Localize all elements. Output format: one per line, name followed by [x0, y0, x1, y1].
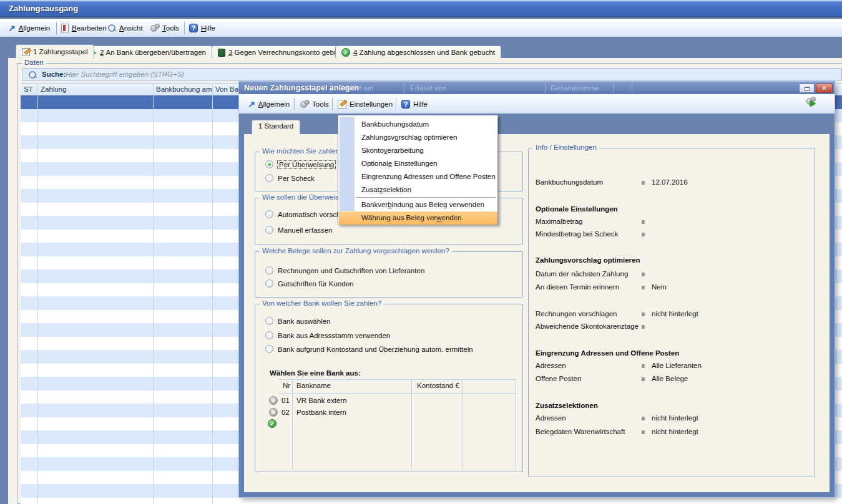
- menu-item-eingrenzung-adressen[interactable]: Eingrenzung Adressen und Offene Posten: [339, 170, 497, 183]
- cross-icon[interactable]: ✕: [269, 396, 278, 405]
- ghost-column-divider: [613, 82, 614, 94]
- radio-bank-kontostand[interactable]: Bank aufgrund Kontostand und Überziehung…: [265, 344, 473, 354]
- bullet-icon: [642, 181, 645, 185]
- menu-allgemein[interactable]: ↗ Allgemein: [8, 21, 50, 35]
- magnifier-icon: [107, 24, 116, 32]
- menu-item-optionale-einstellungen[interactable]: Optionale Einstellungen: [339, 157, 497, 170]
- radio-selected-icon[interactable]: [265, 160, 273, 168]
- menu-item-waehrung-aus-beleg[interactable]: Währung aus Beleg verwenden: [339, 211, 497, 225]
- bullet-icon: [642, 286, 645, 289]
- radio-icon[interactable]: [265, 266, 273, 274]
- bank-col-nr[interactable]: Nr: [283, 382, 290, 389]
- radio-label: Per Überweisung: [278, 161, 335, 168]
- bullet-icon: [642, 325, 645, 329]
- radio-icon[interactable]: [265, 174, 273, 182]
- col-zahlung[interactable]: Zahlung: [41, 85, 67, 93]
- radio-automatisch[interactable]: Automatisch vorsch: [265, 210, 340, 219]
- bullet-icon: [642, 430, 645, 434]
- page-title: Zahlungsausgang: [9, 4, 78, 13]
- menu-item-bankbuchungsdatum[interactable]: Bankbuchungsdatum: [339, 118, 497, 130]
- einstellungen-dropdown-menu: Bankbuchungsdatum Zahlungsvorschlag opti…: [338, 115, 498, 225]
- close-button[interactable]: ✕: [816, 84, 833, 93]
- bullet-icon: [642, 417, 645, 420]
- info-row: Rechnungen vorschlagennicht hinterlegt: [529, 310, 815, 320]
- group-title: Welche Belege sollen zur Zahlung vorgesc…: [260, 247, 452, 254]
- radio-per-ueberweisung[interactable]: Per Überweisung: [265, 160, 335, 169]
- info-einstellungen-panel: Info / Einstellungen Bankbuchungsdatum12…: [528, 148, 815, 477]
- help-icon: ?: [401, 100, 410, 109]
- dialog-menu-hilfe[interactable]: ? Hilfe: [401, 97, 428, 111]
- bank-row-nr: 02: [281, 409, 290, 416]
- radio-label: Manuell erfassen: [278, 226, 333, 234]
- close-icon: ✕: [821, 85, 826, 92]
- bank-row-name: Postbank intern: [296, 409, 346, 416]
- radio-manuell-erfassen[interactable]: Manuell erfassen: [265, 225, 333, 235]
- ghost-column-divider: [632, 82, 632, 94]
- info-row: Adressennicht hinterlegt: [529, 414, 815, 424]
- tab-an-bank-uebergeben[interactable]: ➨ 2 An Bank übergeben/übertragen: [84, 46, 212, 59]
- ghost-column-divider: [545, 82, 546, 94]
- radio-gutschriften-kunden[interactable]: Gutschriften für Kunden: [265, 279, 353, 288]
- bullet-icon: [642, 377, 645, 381]
- bank-table-line: [463, 379, 463, 470]
- dialog-tab-standard[interactable]: 1 Standard: [252, 120, 300, 134]
- info-section-header: Eingrenzung Adressen und Offene Posten: [536, 349, 679, 357]
- col-st[interactable]: ST: [24, 85, 33, 93]
- radio-icon[interactable]: [265, 345, 273, 353]
- main-tabstrip: 1 Zahlungsstapel ➨ 2 An Bank übergeben/ü…: [0, 37, 842, 58]
- menubar-separator: [56, 22, 57, 34]
- bank-col-kontostand[interactable]: Kontostand €: [417, 382, 459, 389]
- menu-item-zusatzselektion[interactable]: Zusatzselektion: [339, 183, 497, 196]
- radio-icon[interactable]: [265, 210, 273, 218]
- radio-icon[interactable]: [265, 226, 273, 234]
- info-row: Bankbuchungsdatum12.07.2016: [529, 178, 815, 188]
- tab-zahlung-abgeschlossen[interactable]: ✓ 4 Zahlung abgeschlossen und Bank gebuc…: [335, 46, 501, 59]
- bank-col-bankname[interactable]: Bankname: [296, 382, 331, 389]
- menu-ansicht[interactable]: Ansicht: [107, 21, 143, 35]
- col-bankbuchung-am[interactable]: Bankbuchung am: [156, 85, 212, 93]
- group-von-welcher-bank: Von welcher Bank wollen Sie zahlen? Bank…: [255, 304, 523, 472]
- bullet-icon: [642, 313, 645, 316]
- search-input[interactable]: Hier Suchbegriff eingeben (STRG+S): [66, 70, 184, 78]
- group-title: Info / Einstellungen: [533, 143, 599, 151]
- radio-icon[interactable]: [265, 317, 273, 325]
- info-row: Datum der nächsten Zahlung: [529, 270, 815, 280]
- menubar-separator: [294, 98, 295, 110]
- search-label: Suche:: [42, 70, 66, 78]
- menu-item-bankverbindung-aus-beleg[interactable]: Bankverbindung aus Beleg verwenden: [339, 198, 497, 211]
- run-settings-button[interactable]: [806, 96, 820, 110]
- dialog-menu-allgemein[interactable]: ↗ Allgemein: [248, 97, 290, 111]
- menu-separator: [356, 197, 496, 198]
- column-divider: [153, 83, 154, 504]
- radio-bank-adressstamm[interactable]: Bank aus Adressstamm verwenden: [265, 331, 390, 340]
- menu-tools[interactable]: Tools: [150, 21, 179, 35]
- bullet-icon: [642, 364, 645, 368]
- ghost-column-erfasst-von: Erfasst von: [410, 84, 446, 92]
- radio-bank-auswaehlen[interactable]: Bank auswählen: [265, 316, 330, 326]
- radio-per-scheck[interactable]: Per Scheck: [265, 173, 315, 183]
- info-row: Abweichende Skontokarenztage: [529, 322, 815, 332]
- tab-gegen-verrechnungskonto[interactable]: 3 Gegen Verrechnungskonto gebucht: [212, 46, 354, 59]
- dialog-menu-tools[interactable]: Tools: [300, 97, 329, 111]
- info-section-header: Zusatzselektionen: [536, 402, 598, 409]
- radio-rechnungen-lieferanten[interactable]: Rechnungen und Gutschriften von Lieferan…: [265, 266, 424, 275]
- dialog-menu-einstellungen[interactable]: Einstellungen: [338, 97, 393, 111]
- menu-item-zahlungsvorschlag-optimieren[interactable]: Zahlungsvorschlag optimieren: [339, 131, 497, 143]
- group-title: Wie sollen die Überweisu: [260, 193, 345, 201]
- bank-table-line: [516, 379, 516, 470]
- radio-icon[interactable]: [265, 331, 273, 339]
- menu-hilfe[interactable]: ? Hilfe: [189, 21, 215, 35]
- dialog-neuer-zahlungsstapel: Neuen Zahlungsstapel anlegen Erfasst am …: [239, 82, 835, 497]
- search-bar[interactable]: Suche: Hier Suchbegriff eingeben (STRG+S…: [22, 68, 842, 81]
- restore-button[interactable]: [799, 84, 815, 93]
- cross-icon[interactable]: ✕: [269, 408, 278, 417]
- dialog-titlebar[interactable]: Neuen Zahlungsstapel anlegen Erfasst am …: [239, 82, 835, 94]
- radio-label: Bank aufgrund Kontostand und Überziehung…: [278, 346, 473, 353]
- menu-bearbeiten[interactable]: Bearbeiten: [61, 21, 107, 35]
- radio-icon[interactable]: [265, 279, 273, 288]
- tab-zahlungsstapel[interactable]: 1 Zahlungsstapel: [16, 44, 94, 59]
- main-menubar: ↗ Allgemein Bearbeiten Ansicht Tools ? H…: [0, 19, 842, 37]
- menu-item-skontoverarbeitung[interactable]: Skontoverarbeitung: [339, 144, 497, 157]
- confirm-check-icon[interactable]: ✓: [268, 419, 277, 428]
- info-row: Maximalbetrag: [529, 218, 815, 228]
